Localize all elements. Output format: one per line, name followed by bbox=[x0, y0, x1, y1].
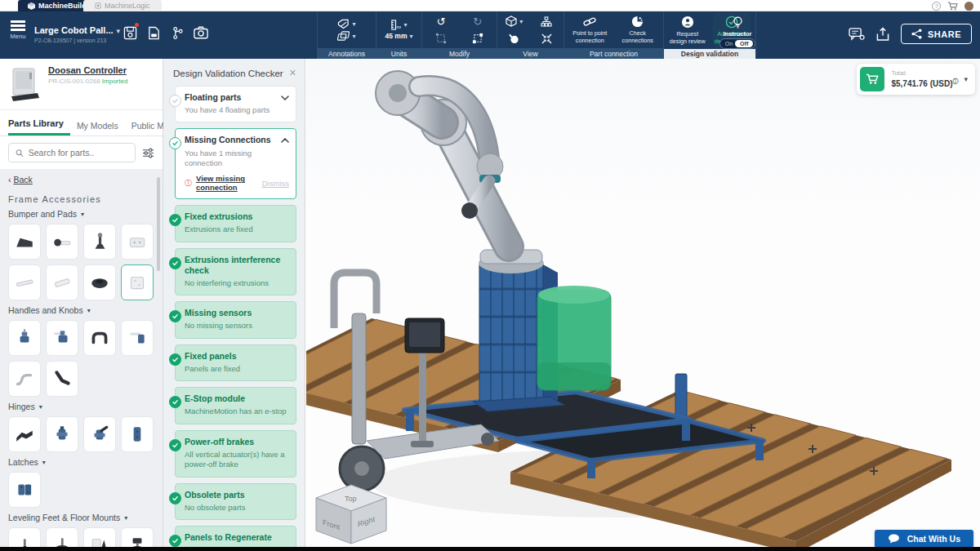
group-label-view: View bbox=[497, 48, 564, 59]
letterbox-bar bbox=[0, 547, 980, 551]
toolbar-group-view: ▾ View bbox=[497, 11, 564, 59]
part-tile[interactable] bbox=[8, 320, 41, 356]
category-label: Bumper and Pads bbox=[8, 209, 77, 219]
category-header[interactable]: Latches▾ bbox=[8, 457, 154, 467]
save-button[interactable] bbox=[122, 24, 137, 41]
hierarchy-icon[interactable] bbox=[541, 16, 552, 27]
validation-card-subtitle: All vertical actuator(s) have a power-of… bbox=[185, 450, 289, 470]
part-tile[interactable] bbox=[83, 320, 116, 356]
group-label-units: Units bbox=[376, 48, 421, 59]
validation-card[interactable]: Extrusions interference checkNo interfer… bbox=[175, 248, 296, 296]
view-missing-connection-link[interactable]: View missing connection bbox=[196, 174, 258, 192]
validation-card[interactable]: Fixed extrusionsExtrusions are fixed bbox=[175, 205, 296, 242]
menu-button[interactable]: Menu bbox=[9, 20, 27, 40]
versions-button[interactable] bbox=[170, 24, 185, 41]
close-icon[interactable]: ✕ bbox=[289, 68, 296, 78]
total-price-widget[interactable]: Total: $5,741.76 (USD)ⓘ ▾ bbox=[857, 64, 975, 95]
viewport-3d[interactable]: Top Front Right Total: $5,741.76 (USD)ⓘ … bbox=[306, 59, 980, 551]
document-icon bbox=[148, 26, 160, 40]
parts-scroll-area: Frame Accessories Bumper and Pads▾Handle… bbox=[0, 186, 163, 551]
point-to-point-connection-button[interactable]: Point to point connection bbox=[569, 16, 611, 44]
appearance-icon[interactable] bbox=[509, 33, 519, 44]
collapse-view-icon[interactable] bbox=[541, 33, 552, 44]
chevron-up-icon[interactable] bbox=[281, 135, 289, 144]
undo-button[interactable]: ↺ bbox=[437, 16, 446, 27]
request-design-review-button[interactable]: Request design review bbox=[669, 16, 706, 45]
tab-machinelogic[interactable]: MachineLogic bbox=[83, 0, 162, 11]
part-tile[interactable] bbox=[8, 361, 41, 397]
check-circle-icon bbox=[169, 492, 181, 504]
user-avatar[interactable] bbox=[964, 2, 973, 11]
view-cube-top-label: Top bbox=[345, 495, 357, 503]
units-system-button[interactable]: mm ▾ bbox=[390, 20, 407, 30]
category-label: Handles and Knobs bbox=[8, 305, 83, 315]
category-header[interactable]: Bumper and Pads▾ bbox=[8, 209, 154, 219]
green-bin[interactable] bbox=[537, 286, 611, 390]
robot-arm[interactable] bbox=[376, 71, 544, 273]
tab-parts-library[interactable]: Parts Library bbox=[8, 115, 70, 136]
part-tile[interactable] bbox=[8, 224, 41, 260]
part-tile[interactable] bbox=[8, 264, 41, 300]
part-tile[interactable] bbox=[83, 416, 116, 452]
part-tile[interactable] bbox=[46, 224, 78, 260]
part-tile[interactable] bbox=[83, 264, 116, 300]
validation-card[interactable]: E-Stop moduleMachineMotion has an e-stop bbox=[175, 387, 296, 424]
part-tile[interactable] bbox=[121, 320, 154, 356]
cart-button[interactable] bbox=[860, 67, 884, 91]
part-tile[interactable] bbox=[83, 224, 116, 260]
controller-status: Imported bbox=[102, 78, 128, 85]
screenshot-button[interactable] bbox=[194, 24, 208, 41]
view-cube-button[interactable]: ▾ bbox=[506, 16, 523, 27]
grid-step-dropdown[interactable]: 45 mm ▾ bbox=[385, 32, 413, 40]
group-label-annotations: Annotations bbox=[318, 48, 376, 59]
chat-with-us-button[interactable]: Chat With Us bbox=[875, 530, 973, 548]
part-tile[interactable] bbox=[46, 264, 78, 300]
group-selection-icon[interactable] bbox=[435, 33, 447, 44]
tab-my-models[interactable]: My Models bbox=[77, 118, 125, 136]
view-cube[interactable]: Top Front Right bbox=[316, 485, 386, 544]
validation-card-subtitle: No missing sensors bbox=[185, 321, 289, 331]
check-connections-button[interactable]: Check connections bbox=[617, 16, 659, 44]
dismiss-link[interactable]: Dismiss bbox=[262, 179, 289, 188]
lightbulb-icon bbox=[733, 16, 743, 29]
search-input[interactable] bbox=[29, 148, 128, 158]
part-tile[interactable] bbox=[8, 472, 41, 508]
part-tile[interactable] bbox=[121, 264, 154, 300]
cart-icon[interactable] bbox=[947, 2, 958, 11]
export-icon[interactable] bbox=[876, 27, 889, 42]
project-switcher[interactable]: Large Cobot Pall...▾ P2-CB-139507 | vers… bbox=[34, 25, 112, 43]
category-header[interactable]: Hinges▾ bbox=[8, 402, 154, 411]
annotation-tag-button[interactable]: ▾ bbox=[337, 19, 355, 29]
camera-icon bbox=[194, 26, 208, 39]
validation-card[interactable]: Floating partsYou have 4 floating parts bbox=[175, 86, 296, 122]
back-link[interactable]: Back bbox=[13, 175, 32, 184]
validation-panel-title: Design Validation Checker bbox=[173, 69, 283, 78]
part-tile[interactable] bbox=[46, 361, 78, 397]
controller-name-link[interactable]: Doosan Controller bbox=[48, 65, 127, 75]
instructor-toggle[interactable]: On Off bbox=[719, 38, 755, 49]
validation-card[interactable]: Power-off brakesAll vertical actuator(s)… bbox=[175, 430, 296, 478]
part-tile[interactable] bbox=[121, 416, 154, 452]
category-header[interactable]: Leveling Feet & Floor Mounts▾ bbox=[8, 513, 154, 522]
part-tile[interactable] bbox=[121, 224, 154, 260]
part-tile[interactable] bbox=[8, 416, 41, 452]
toolbar-group-annotations: ▾ ▾ Annotations bbox=[317, 11, 376, 59]
parts-scrollbar[interactable] bbox=[157, 177, 160, 271]
help-icon[interactable]: ? bbox=[932, 2, 941, 11]
validation-card[interactable]: Fixed panelsPanels are fixed bbox=[175, 344, 296, 381]
validation-card[interactable]: Missing ConnectionsYou have 1 missing co… bbox=[175, 128, 296, 199]
chevron-down-icon[interactable] bbox=[281, 92, 289, 102]
part-tile[interactable] bbox=[46, 416, 78, 452]
part-tile[interactable] bbox=[46, 320, 78, 356]
feedback-icon[interactable] bbox=[849, 28, 865, 41]
validation-card[interactable]: Obsolete partsNo obsolete parts bbox=[175, 483, 296, 520]
group-label-part-connection: Part connection bbox=[564, 48, 663, 59]
redo-button[interactable]: ↻ bbox=[473, 16, 482, 27]
category-header[interactable]: Handles and Knobs▾ bbox=[8, 305, 154, 315]
export-document-button[interactable] bbox=[146, 24, 161, 41]
filter-icon[interactable] bbox=[142, 148, 154, 158]
annotation-layers-button[interactable]: ▾ bbox=[337, 31, 355, 41]
validation-card[interactable]: Missing sensorsNo missing sensors bbox=[175, 301, 296, 338]
share-button[interactable]: SHARE bbox=[901, 24, 972, 44]
ungroup-selection-icon[interactable] bbox=[472, 33, 483, 44]
